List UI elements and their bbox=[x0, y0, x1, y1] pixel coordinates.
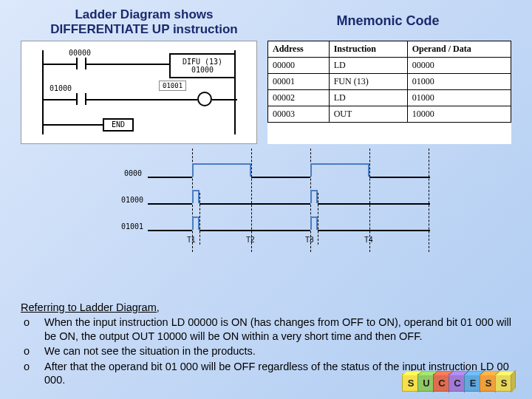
bullet-marker: o bbox=[24, 344, 34, 358]
title-right: Mnemonic Code bbox=[266, 7, 510, 38]
explanation-heading: Referring to Ladder Diagram, bbox=[21, 301, 511, 315]
pulse-a1 bbox=[192, 163, 251, 177]
baseline bbox=[148, 230, 192, 231]
wire bbox=[44, 124, 103, 126]
table-row: 00000 LD 00000 bbox=[268, 57, 511, 73]
baseline bbox=[318, 230, 430, 231]
tick-line bbox=[429, 149, 429, 252]
signal-label-a: 0000 bbox=[124, 169, 142, 177]
success-blocks: S U C C E S S bbox=[404, 374, 513, 392]
header-address: Address bbox=[268, 41, 330, 57]
table-row: 00003 OUT 10000 bbox=[268, 106, 511, 122]
table-header-row: Address Instruction Operand / Data bbox=[268, 41, 511, 57]
title-left-line2: DIFFERENTIATE UP instruction bbox=[50, 22, 237, 36]
wire bbox=[44, 64, 76, 65]
title-left-line1: Ladder Diagram shows bbox=[75, 7, 213, 21]
table-row: 00001 FUN (13) 01000 bbox=[268, 73, 511, 89]
pulse-a2 bbox=[310, 163, 369, 177]
tick-t2: T2 bbox=[246, 236, 255, 244]
wire bbox=[44, 99, 76, 100]
difu-line2: 01000 bbox=[191, 66, 214, 74]
pulse-c1 bbox=[192, 216, 200, 230]
bullet-1-text: When the input instruction LD 00000 is O… bbox=[44, 316, 511, 343]
pulse-end-marker bbox=[200, 193, 200, 245]
output-coil bbox=[197, 92, 212, 106]
block-s: S bbox=[495, 374, 513, 392]
end-box: END bbox=[103, 118, 134, 132]
title-left: Ladder Diagram shows DIFFERENTIATE UP in… bbox=[22, 7, 266, 38]
header-operand: Operand / Data bbox=[407, 41, 511, 57]
pulse-c2 bbox=[310, 216, 318, 230]
baseline bbox=[200, 203, 310, 205]
tick-t1: T1 bbox=[187, 236, 196, 244]
difu-box: DIFU (13) 01000 bbox=[169, 53, 236, 78]
pulse-b1 bbox=[192, 190, 200, 203]
baseline bbox=[251, 177, 310, 178]
baseline bbox=[369, 177, 430, 178]
contact-00000-label: 00000 bbox=[69, 49, 91, 57]
bullet-marker: o bbox=[24, 316, 34, 343]
signal-label-b: 01000 bbox=[121, 196, 143, 204]
pulse-b2 bbox=[310, 190, 318, 203]
header-instruction: Instruction bbox=[329, 41, 407, 57]
mnemonic-table: Address Instruction Operand / Data 00000… bbox=[267, 41, 511, 144]
wire bbox=[212, 99, 237, 100]
bullet-2: o We can not see the situation in the pr… bbox=[24, 344, 511, 358]
contact-01000 bbox=[76, 93, 86, 105]
bullet-marker: o bbox=[24, 360, 34, 387]
wire bbox=[86, 99, 197, 100]
wire bbox=[86, 64, 169, 65]
ladder-diagram: 00000 DIFU (13) 01000 01000 01001 END bbox=[21, 41, 257, 144]
contact-00000 bbox=[76, 58, 86, 69]
baseline bbox=[148, 203, 192, 205]
signal-label-c: 01001 bbox=[121, 222, 143, 231]
contact-01000-label: 01000 bbox=[50, 84, 72, 92]
baseline bbox=[200, 230, 310, 231]
timing-diagram: 0000 01000 01001 T1 T2 T3 T4 bbox=[96, 149, 436, 252]
baseline bbox=[318, 203, 430, 205]
tick-t4: T4 bbox=[364, 236, 373, 244]
table-row: 00002 LD 01000 bbox=[268, 89, 511, 106]
pulse-end-marker bbox=[318, 193, 318, 245]
tick-t3: T3 bbox=[305, 236, 314, 244]
coil-label: 01001 bbox=[159, 81, 186, 91]
baseline bbox=[148, 177, 192, 178]
difu-line1: DIFU (13) bbox=[183, 58, 222, 66]
bullet-2-text: We can not see the situation in the prod… bbox=[44, 344, 256, 358]
bullet-1: o When the input instruction LD 00000 is… bbox=[24, 316, 511, 343]
